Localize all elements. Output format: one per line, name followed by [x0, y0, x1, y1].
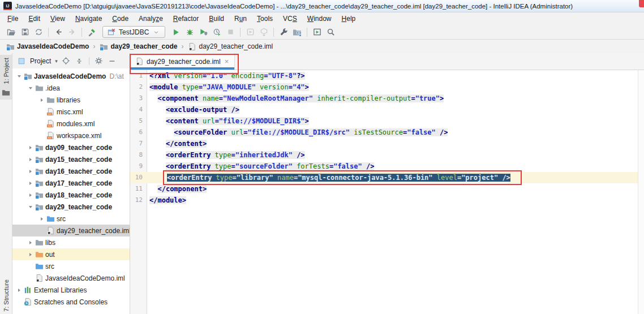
- tree-item-day17-teacher-code[interactable]: day17_teacher_code: [12, 177, 130, 189]
- tree-item-libraries[interactable]: libraries: [12, 94, 130, 106]
- tree-chevron-icon[interactable]: [26, 158, 35, 161]
- tree-chevron-icon[interactable]: [26, 193, 35, 197]
- close-window-icon[interactable]: [639, 0, 644, 7]
- menu-item-run[interactable]: Run: [229, 13, 252, 24]
- tree-item-workspace-xml[interactable]: <>workspace.xml: [12, 130, 130, 141]
- tree-chevron-icon[interactable]: [15, 75, 23, 78]
- tab-close-icon[interactable]: ×: [225, 58, 229, 65]
- menu-item-tools[interactable]: Tools: [252, 13, 278, 24]
- header-separator: [89, 57, 89, 65]
- menu-item-refactor[interactable]: Refactor: [168, 13, 204, 24]
- search-icon[interactable]: [324, 25, 337, 39]
- tree-item--idea[interactable]: .idea: [12, 82, 130, 94]
- hide-panel-icon[interactable]: [108, 57, 117, 66]
- line-number: 1: [130, 70, 147, 81]
- build-hammer-icon[interactable]: [85, 25, 98, 39]
- wrench-icon[interactable]: [277, 25, 290, 39]
- tree-item-out[interactable]: out: [12, 248, 130, 260]
- editor-scrollbar[interactable]: [638, 70, 644, 314]
- back-icon[interactable]: [51, 25, 65, 39]
- breadcrumb-label: day29_teacher_code: [110, 42, 177, 50]
- menu-item-help[interactable]: Help: [337, 13, 361, 24]
- run-config-select[interactable]: TestJDBC: [102, 26, 165, 38]
- project-structure-icon[interactable]: [290, 25, 304, 39]
- menu-item-view[interactable]: View: [45, 13, 70, 24]
- code-line-4[interactable]: 4 <exclude-output />: [130, 104, 638, 115]
- run-icon[interactable]: [169, 25, 183, 39]
- locate-icon[interactable]: [62, 57, 71, 66]
- xml-file-icon: <>: [46, 107, 55, 116]
- code-line-7[interactable]: 7 </content>: [130, 138, 638, 149]
- line-number: 6: [130, 127, 147, 138]
- code-editor[interactable]: 1<?xml version="1.0" encoding="UTF-8"?>2…: [130, 70, 644, 314]
- menu-item-navigate[interactable]: Navigate: [70, 13, 107, 24]
- sync-icon[interactable]: [32, 25, 45, 39]
- collapse-all-icon[interactable]: [75, 57, 84, 66]
- code-line-8[interactable]: 8 <orderEntry type="inheritedJdk" />: [130, 149, 638, 161]
- code-line-2[interactable]: 2<module type="JAVA_MODULE" version="4">: [130, 81, 638, 93]
- code-line-6[interactable]: 6 <sourceFolder url="file://$MODULE_DIR$…: [130, 127, 638, 138]
- tree-item-day29-teacher-code-iml[interactable]: day29_teacher_code.iml: [12, 225, 130, 236]
- iml-file-icon: [135, 57, 144, 66]
- tree-item-label: src: [57, 215, 66, 223]
- code-line-12[interactable]: 12</module>: [130, 195, 638, 206]
- tree-item-libs[interactable]: libs: [12, 236, 130, 248]
- tree-item-javaseideacodedemo-iml[interactable]: JavaseIdeaCodeDemo.iml: [12, 272, 130, 284]
- menu-item-file[interactable]: File: [2, 13, 23, 24]
- tree-chevron-icon[interactable]: [37, 98, 46, 102]
- tree-chevron-icon[interactable]: [15, 289, 23, 292]
- breadcrumb-item-module[interactable]: day29_teacher_code: [99, 42, 177, 51]
- forward-icon[interactable]: [65, 25, 79, 39]
- debug-icon[interactable]: [183, 25, 196, 39]
- tool-window-button-project[interactable]: 1: Project: [0, 55, 12, 100]
- tool-window-button-structure[interactable]: 7: Structure: [0, 279, 12, 312]
- menu-item-analyze[interactable]: Analyze: [134, 13, 168, 24]
- tree-item-modules-xml[interactable]: <>modules.xml: [12, 118, 130, 130]
- tree-chevron-icon[interactable]: [37, 217, 46, 221]
- tree-item-src[interactable]: src: [12, 213, 130, 225]
- project-tree: JavaseIdeaCodeDemoD:\at.idealibraries<>m…: [12, 68, 130, 314]
- code-text: <orderEntry type="inheritedJdk" />: [147, 149, 305, 161]
- code-line-9[interactable]: 9 <orderEntry type="sourceFolder" forTes…: [130, 161, 638, 172]
- breadcrumb-item-project[interactable]: JavaseIdeaCodeDemo: [6, 42, 89, 51]
- tree-item-day15-teacher-code[interactable]: day15_teacher_code: [12, 153, 130, 165]
- save-all-icon[interactable]: [18, 25, 32, 39]
- menu-item-vcs[interactable]: VCS: [278, 13, 302, 24]
- menu-item-edit[interactable]: Edit: [23, 13, 45, 24]
- code-line-5[interactable]: 5 <content url="file://$MODULE_DIR$">: [130, 115, 638, 127]
- tree-item-day09-teacher-code[interactable]: day09_teacher_code: [12, 141, 130, 153]
- tree-chevron-icon[interactable]: [26, 206, 35, 208]
- breadcrumb-item-file[interactable]: day29_teacher_code.iml: [187, 42, 273, 51]
- tree-item-day29-teacher-code[interactable]: day29_teacher_code: [12, 201, 130, 213]
- menu-item-window[interactable]: Window: [302, 13, 337, 24]
- toolbar-separator: [240, 28, 241, 37]
- tree-chevron-icon[interactable]: [26, 170, 35, 173]
- run-tool-window-icon[interactable]: [310, 25, 324, 39]
- tree-chevron-icon[interactable]: [26, 253, 35, 256]
- tree-chevron-icon[interactable]: [26, 146, 35, 149]
- tree-item-javaseideacodedemo[interactable]: JavaseIdeaCodeDemoD:\at: [12, 70, 130, 82]
- code-line-1[interactable]: 1<?xml version="1.0" encoding="UTF-8"?>: [130, 70, 638, 81]
- tree-item-day16-teacher-code[interactable]: day16_teacher_code: [12, 165, 130, 177]
- profiler-icon[interactable]: [210, 25, 224, 39]
- gear-icon[interactable]: [95, 57, 104, 66]
- tab-day29-teacher-code-iml[interactable]: day29_teacher_code.iml ×: [130, 53, 235, 70]
- tree-chevron-icon[interactable]: [26, 182, 35, 185]
- chevron-down-icon[interactable]: ▾: [55, 58, 58, 64]
- coverage-icon[interactable]: [196, 25, 210, 39]
- code-line-3[interactable]: 3 <component name="NewModuleRootManager"…: [130, 93, 638, 104]
- tree-chevron-icon[interactable]: [26, 87, 35, 89]
- tree-item-external-libraries[interactable]: External Libraries: [12, 284, 130, 296]
- tree-item-src[interactable]: src: [12, 260, 130, 272]
- open-icon[interactable]: [5, 25, 18, 39]
- line-number: 2: [130, 81, 147, 93]
- code-line-10[interactable]: 10 <orderEntry type="library" name="mysq…: [130, 172, 638, 183]
- tree-item-misc-xml[interactable]: <>misc.xml: [12, 106, 130, 118]
- tree-item-day18-teacher-code[interactable]: day18_teacher_code: [12, 189, 130, 201]
- tree-chevron-icon[interactable]: [26, 241, 35, 244]
- menu-item-code[interactable]: Code: [107, 13, 134, 24]
- code-line-11[interactable]: 11 </component>: [130, 183, 638, 195]
- menu-bar: FileEditViewNavigateCodeAnalyzeRefactorB…: [0, 12, 644, 25]
- tree-item-scratches-and-consoles[interactable]: Scratches and Consoles: [12, 296, 130, 308]
- menu-item-build[interactable]: Build: [204, 13, 229, 24]
